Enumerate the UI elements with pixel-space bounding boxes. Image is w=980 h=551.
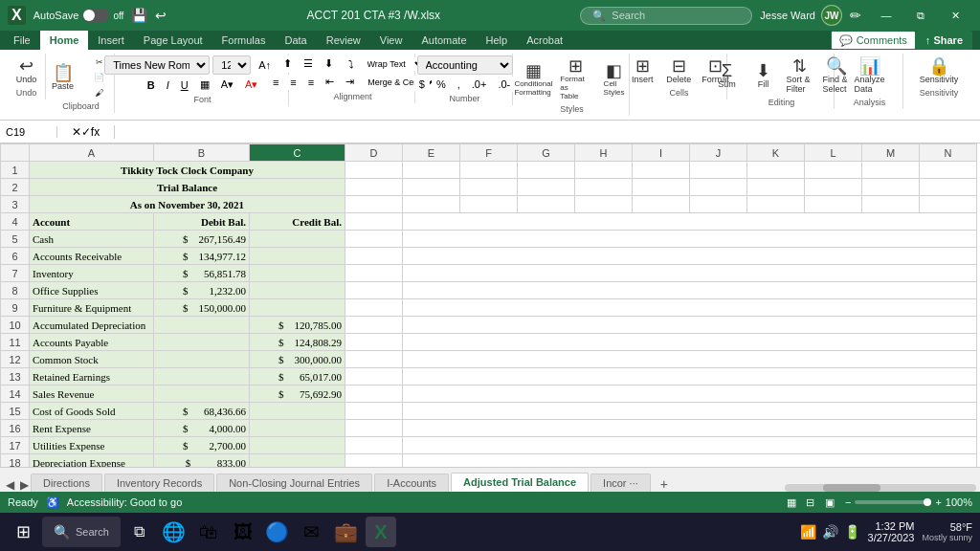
excel-taskbar-icon[interactable]: X bbox=[366, 517, 396, 547]
undo-button[interactable]: ↩Undo bbox=[10, 55, 44, 86]
cell-A8[interactable]: Office Supplies bbox=[30, 282, 154, 299]
col-header-M[interactable]: M bbox=[862, 144, 920, 162]
cell-B11[interactable] bbox=[154, 334, 250, 351]
cell-E2[interactable] bbox=[403, 179, 460, 196]
sheet-tab-journal[interactable]: Non-Closing Journal Entries bbox=[216, 474, 372, 492]
cell-C16[interactable] bbox=[250, 420, 345, 437]
formula-input[interactable] bbox=[115, 126, 980, 138]
increase-indent-button[interactable]: ⇥ bbox=[341, 74, 359, 90]
task-view-button[interactable]: ⧉ bbox=[124, 517, 155, 547]
horizontal-scrollbar[interactable] bbox=[785, 484, 976, 492]
fill-button[interactable]: ⬇Fill bbox=[746, 60, 781, 91]
cell-H1[interactable] bbox=[575, 162, 633, 179]
cell-D3[interactable] bbox=[345, 196, 403, 213]
cell-A2[interactable]: Trial Balance bbox=[30, 179, 345, 196]
cell-D17[interactable] bbox=[345, 437, 403, 454]
sheet-tab-iaccounts[interactable]: I-Accounts bbox=[374, 474, 449, 492]
insert-cells-button[interactable]: ⊞Insert bbox=[625, 55, 659, 86]
number-format-selector[interactable]: Accounting bbox=[417, 55, 513, 75]
sort-filter-button[interactable]: ⇅Sort & Filter bbox=[783, 55, 817, 96]
teams-icon[interactable]: 💼 bbox=[331, 517, 362, 547]
tab-formulas[interactable]: Formulas bbox=[212, 31, 276, 50]
cell-N1[interactable] bbox=[920, 162, 977, 179]
close-button[interactable]: ✕ bbox=[938, 4, 972, 27]
cell-D10[interactable] bbox=[345, 317, 403, 334]
underline-button[interactable]: U bbox=[176, 77, 193, 93]
paste-button[interactable]: 📋Paste bbox=[46, 62, 80, 93]
sheet-tab-incor[interactable]: Incor ··· bbox=[590, 474, 651, 492]
cell-D8[interactable] bbox=[345, 282, 403, 299]
cell-B12[interactable] bbox=[154, 351, 250, 368]
cell-E3[interactable] bbox=[403, 196, 460, 213]
photos-icon[interactable]: 🖼 bbox=[228, 517, 258, 547]
sheet-tab-adjusted[interactable]: Adjusted Trial Balance bbox=[451, 473, 589, 492]
autosum-button[interactable]: ΣSum bbox=[710, 60, 745, 91]
cell-J2[interactable] bbox=[690, 179, 747, 196]
cell-A9[interactable]: Furniture & Equipment bbox=[30, 299, 154, 317]
cell-B13[interactable] bbox=[154, 368, 250, 386]
cell-N2[interactable] bbox=[920, 179, 977, 196]
cell-I1[interactable] bbox=[633, 162, 690, 179]
align-left-button[interactable]: ≡ bbox=[268, 75, 283, 90]
autosave-toggle[interactable] bbox=[82, 9, 109, 22]
pen-icon[interactable]: ✏ bbox=[850, 8, 861, 23]
grid-content[interactable]: A B C D E F G H I J K L M N bbox=[0, 143, 980, 467]
col-header-H[interactable]: H bbox=[575, 144, 633, 162]
align-center-button[interactable]: ≡ bbox=[285, 75, 301, 90]
cell-A6[interactable]: Accounts Receivable bbox=[30, 248, 154, 265]
cell-D6[interactable] bbox=[345, 248, 403, 265]
cell-C18[interactable] bbox=[250, 454, 345, 468]
cell-reference[interactable]: C19 bbox=[0, 126, 57, 138]
search-bar[interactable]: 🔍 Search bbox=[580, 7, 752, 25]
sheet-tab-directions[interactable]: Directions bbox=[31, 474, 102, 492]
conditional-formatting-button[interactable]: ▦ConditionalFormatting bbox=[512, 60, 554, 99]
cell-C4[interactable]: Credit Bal. bbox=[250, 213, 345, 231]
col-header-E[interactable]: E bbox=[403, 144, 460, 162]
search-taskbar-button[interactable]: 🔍 Search bbox=[42, 517, 121, 547]
font-name-selector[interactable]: Times New Roman bbox=[104, 55, 210, 75]
col-header-C[interactable]: C bbox=[250, 144, 345, 162]
cell-B14[interactable] bbox=[154, 386, 250, 403]
cell-A13[interactable]: Retained Earnings bbox=[30, 368, 154, 386]
cell-H2[interactable] bbox=[575, 179, 633, 196]
cell-B9[interactable]: $ 150,000.00 bbox=[154, 299, 250, 317]
align-middle-button[interactable]: ☰ bbox=[299, 55, 318, 72]
cell-C14[interactable]: $ 75,692.90 bbox=[250, 386, 345, 403]
tab-acrobat[interactable]: Acrobat bbox=[517, 31, 572, 50]
tab-prev-button[interactable]: ◀ bbox=[4, 478, 16, 492]
tab-view[interactable]: View bbox=[370, 31, 412, 50]
cell-A18[interactable]: Depreciation Expense bbox=[30, 454, 154, 468]
cell-A14[interactable]: Sales Revenue bbox=[30, 386, 154, 403]
cell-D13[interactable] bbox=[345, 368, 403, 386]
increase-font-button[interactable]: A↑ bbox=[254, 57, 276, 73]
cell-D18[interactable] bbox=[345, 454, 403, 468]
cell-A17[interactable]: Utilities Expense bbox=[30, 437, 154, 454]
cell-A3[interactable]: As on November 30, 2021 bbox=[30, 196, 345, 213]
cell-D5[interactable] bbox=[345, 231, 403, 248]
cell-B4[interactable]: Debit Bal. bbox=[154, 213, 250, 231]
cell-C15[interactable] bbox=[250, 403, 345, 420]
cell-A16[interactable]: Rent Expense bbox=[30, 420, 154, 437]
cell-A12[interactable]: Common Stock bbox=[30, 351, 154, 368]
cell-K3[interactable] bbox=[747, 196, 805, 213]
cell-I3[interactable] bbox=[633, 196, 690, 213]
tab-insert[interactable]: Insert bbox=[88, 31, 134, 50]
cell-K1[interactable] bbox=[747, 162, 805, 179]
normal-view-icon[interactable]: ▦ bbox=[784, 495, 799, 510]
col-header-I[interactable]: I bbox=[633, 144, 690, 162]
cell-D16[interactable] bbox=[345, 420, 403, 437]
cell-D2[interactable] bbox=[345, 179, 403, 196]
cell-B16[interactable]: $ 4,000.00 bbox=[154, 420, 250, 437]
cell-M2[interactable] bbox=[862, 179, 920, 196]
save-icon[interactable]: 💾 bbox=[131, 8, 147, 23]
cell-L2[interactable] bbox=[805, 179, 862, 196]
format-as-table-button[interactable]: ⊞Format asTable bbox=[556, 55, 594, 102]
add-sheet-button[interactable]: + bbox=[657, 476, 672, 492]
col-header-D[interactable]: D bbox=[345, 144, 403, 162]
cell-C12[interactable]: $ 300,000.00 bbox=[250, 351, 345, 368]
cell-A7[interactable]: Inventory bbox=[30, 265, 154, 282]
cell-B18[interactable]: $ 833.00 bbox=[154, 454, 250, 468]
cell-G3[interactable] bbox=[518, 196, 575, 213]
cell-C8[interactable] bbox=[250, 282, 345, 299]
analyze-data-button[interactable]: 📊AnalyzeData bbox=[850, 55, 888, 96]
